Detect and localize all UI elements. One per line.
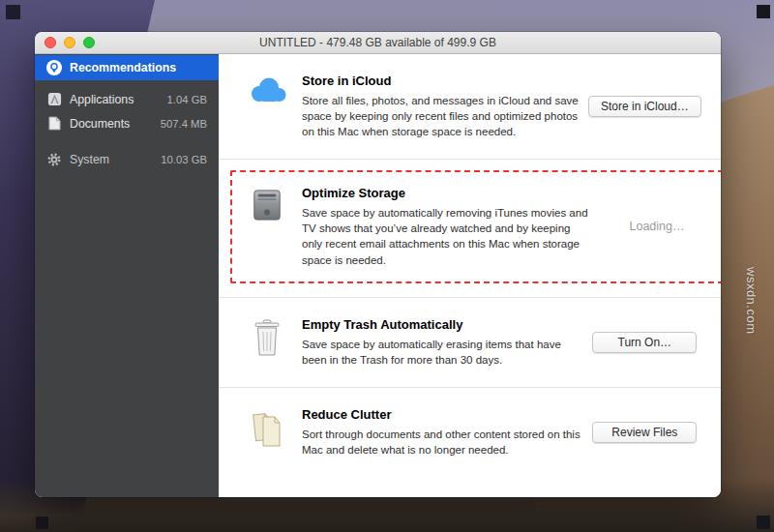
optimize-storage-icon — [232, 186, 302, 222]
sidebar-item-system[interactable]: System 10.03 GB — [35, 147, 219, 171]
section-title: Reduce Clutter — [302, 407, 582, 422]
section-action: Loading… — [592, 220, 721, 233]
documents-stack-icon — [232, 407, 302, 448]
gear-icon — [46, 152, 62, 167]
watermark: wsxdn.com — [744, 267, 759, 335]
section-reduce-clutter: Reduce Clutter Sort through documents an… — [219, 388, 721, 477]
sidebar-item-recommendations[interactable]: Recommendations — [35, 55, 219, 80]
titlebar[interactable]: UNTITLED - 479.48 GB available of 499.9 … — [35, 32, 721, 54]
loading-text: Loading… — [630, 220, 685, 233]
highlight-box: Optimize Storage Save space by automatic… — [230, 170, 721, 282]
sidebar-item-label: System — [70, 153, 109, 166]
artifact-square — [6, 5, 20, 19]
sidebar-item-size: 1.04 GB — [167, 94, 207, 105]
document-icon — [46, 116, 62, 132]
recommendations-icon — [46, 60, 62, 75]
section-empty-trash: Empty Trash Automatically Save space by … — [219, 298, 721, 388]
section-description: Store all files, photos, and messages in… — [302, 93, 582, 139]
section-title: Optimize Storage — [302, 186, 592, 200]
zoom-button[interactable] — [83, 37, 95, 48]
sidebar-spacer — [35, 135, 219, 147]
section-text: Optimize Storage Save space by automatic… — [302, 186, 592, 267]
storage-management-window: UNTITLED - 479.48 GB available of 499.9 … — [35, 32, 721, 497]
section-title: Empty Trash Automatically — [302, 317, 582, 332]
trash-icon — [232, 317, 302, 356]
window-body: Recommendations Applications 1.04 GB — [35, 54, 721, 497]
sidebar-item-documents[interactable]: Documents 507.4 MB — [35, 111, 219, 135]
section-action: Turn On… — [582, 332, 707, 353]
sidebar: Recommendations Applications 1.04 GB — [35, 54, 219, 497]
sidebar-item-label: Documents — [70, 117, 130, 131]
turn-on-button[interactable]: Turn On… — [592, 332, 697, 353]
section-text: Reduce Clutter Sort through documents an… — [302, 407, 582, 458]
artifact-square — [757, 516, 770, 529]
sidebar-item-size: 507.4 MB — [161, 118, 207, 130]
section-description: Sort through documents and other content… — [302, 427, 582, 458]
close-button[interactable] — [45, 37, 56, 48]
section-text: Store in iCloud Store all files, photos,… — [302, 74, 582, 139]
section-action: Review Files — [582, 422, 707, 443]
section-store-in-icloud: Store in iCloud Store all files, photos,… — [219, 54, 721, 160]
review-files-button[interactable]: Review Files — [592, 422, 697, 443]
main-panel: Store in iCloud Store all files, photos,… — [219, 54, 721, 497]
store-in-icloud-button[interactable]: Store in iCloud… — [588, 96, 701, 117]
section-text: Empty Trash Automatically Save space by … — [302, 317, 582, 368]
icloud-icon — [232, 74, 302, 103]
sidebar-item-label: Recommendations — [70, 61, 176, 74]
section-optimize-storage: Optimize Storage Save space by automatic… — [219, 160, 721, 297]
window-title: UNTITLED - 479.48 GB available of 499.9 … — [35, 36, 721, 49]
window-controls — [45, 37, 95, 48]
sidebar-item-size: 10.03 GB — [161, 154, 207, 165]
section-action: Store in iCloud… — [582, 96, 707, 117]
sidebar-spacer — [35, 80, 219, 87]
section-description: Save space by automatically erasing item… — [302, 337, 582, 368]
sidebar-item-applications[interactable]: Applications 1.04 GB — [35, 87, 219, 111]
artifact-square — [757, 5, 770, 18]
section-description: Save space by automatically removing iTu… — [302, 205, 592, 267]
section-title: Store in iCloud — [302, 74, 582, 88]
artifact-square — [36, 517, 48, 529]
minimize-button[interactable] — [64, 37, 75, 48]
applications-icon — [46, 92, 62, 107]
sidebar-item-label: Applications — [70, 93, 134, 106]
